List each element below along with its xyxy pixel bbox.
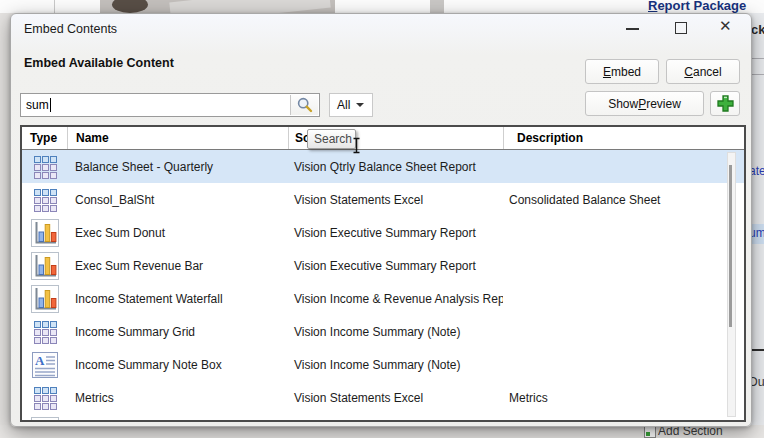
scrollbar-thumb[interactable] xyxy=(729,165,732,327)
background-photo xyxy=(100,0,335,13)
row-description-cell: Revenue Chart xyxy=(503,414,744,422)
background-band xyxy=(430,0,444,13)
search-icon xyxy=(296,96,314,114)
column-header-description[interactable]: Description xyxy=(503,127,744,149)
background-divider xyxy=(54,0,55,13)
row-source-cell: Vision Statements Excel xyxy=(288,381,503,414)
table-row[interactable]: Exec Sum Revenue BarVision Executive Sum… xyxy=(22,249,744,282)
bar-chart-icon xyxy=(31,285,59,313)
row-source-cell: Vision Statements Excel xyxy=(288,183,503,216)
grid-icon xyxy=(31,186,59,214)
row-type-cell xyxy=(22,282,67,315)
filter-dropdown[interactable]: All xyxy=(329,93,373,117)
table-row[interactable]: MetricsVision Statements ExcelMetrics xyxy=(22,381,744,414)
table-row[interactable]: Exec Sum DonutVision Executive Summary R… xyxy=(22,216,744,249)
background-line xyxy=(750,74,764,75)
row-name-cell: Income Summary Note Box xyxy=(67,348,288,381)
table-row[interactable]: Rev OCCVision Summary ReportRevenue Char… xyxy=(22,414,744,422)
table-header: Type Name Source Description xyxy=(22,127,744,150)
embed-button[interactable]: Embed xyxy=(585,59,659,84)
show-preview-button[interactable]: Show Preview xyxy=(585,91,704,116)
row-name-cell: Rev OCC xyxy=(67,414,288,422)
row-name-cell: Metrics xyxy=(67,381,288,414)
dialog-heading: Embed Available Content xyxy=(24,56,174,70)
row-type-cell xyxy=(22,216,67,249)
row-type-cell: A xyxy=(22,348,67,381)
row-source-cell: Vision Summary Report xyxy=(288,414,503,422)
row-description-cell xyxy=(503,282,744,315)
search-tooltip: Search xyxy=(307,129,356,149)
row-source-cell: Vision Income Summary (Note) xyxy=(288,348,503,381)
row-source-cell: Vision Executive Summary Report xyxy=(288,216,503,249)
screen: Report Package cka ater umm Out Add Sect… xyxy=(0,0,764,438)
table-row[interactable]: Balance Sheet - QuarterlyVision Qtrly Ba… xyxy=(22,150,744,183)
table-row[interactable]: Income Summary GridVision Income Summary… xyxy=(22,315,744,348)
row-type-cell xyxy=(22,249,67,282)
search-go-button[interactable] xyxy=(290,95,318,115)
background-line xyxy=(750,58,764,59)
report-package-link[interactable]: Report Package xyxy=(648,0,746,13)
row-description-cell xyxy=(503,249,744,282)
svg-text:A: A xyxy=(35,353,45,368)
text-caret xyxy=(50,98,51,112)
row-description-cell xyxy=(503,216,744,249)
row-name-cell: Consol_BalSht xyxy=(67,183,288,216)
add-content-button[interactable] xyxy=(710,91,740,116)
maximize-icon[interactable] xyxy=(675,22,687,34)
row-description-cell xyxy=(503,348,744,381)
grid-icon xyxy=(31,153,59,181)
table-row[interactable]: A Income Summary Note BoxVision Income S… xyxy=(22,348,744,381)
plus-icon xyxy=(716,94,735,113)
dialog-title: Embed Contents xyxy=(24,22,117,36)
row-source-cell: Vision Income & Revenue Analysis Report xyxy=(288,282,503,315)
ibeam-cursor xyxy=(352,137,361,158)
bar-chart-icon xyxy=(31,252,59,280)
row-name-cell: Exec Sum Donut xyxy=(67,216,288,249)
row-type-cell xyxy=(22,315,67,348)
row-source-cell: Vision Qtrly Balance Sheet Report xyxy=(288,150,503,183)
row-type-cell xyxy=(22,150,67,183)
vertical-scrollbar[interactable] xyxy=(727,152,736,417)
column-header-name[interactable]: Name xyxy=(67,127,288,149)
row-description-cell xyxy=(503,150,744,183)
column-header-type[interactable]: Type xyxy=(22,127,67,149)
search-input[interactable]: sum xyxy=(20,93,320,117)
row-type-cell xyxy=(22,414,67,422)
row-name-cell: Income Summary Grid xyxy=(67,315,288,348)
row-type-cell xyxy=(22,183,67,216)
bar-chart-icon xyxy=(31,219,59,247)
row-description-cell: Consolidated Balance Sheet xyxy=(503,183,744,216)
embed-contents-dialog: Embed Contents ✕ Embed Available Content… xyxy=(10,13,752,427)
row-description-cell: Metrics xyxy=(503,381,744,414)
row-source-cell: Vision Income Summary (Note) xyxy=(288,315,503,348)
close-icon[interactable]: ✕ xyxy=(719,17,732,35)
table-body: Balance Sheet - QuarterlyVision Qtrly Ba… xyxy=(22,150,744,422)
note-icon: A xyxy=(32,351,58,379)
table-row[interactable]: Consol_BalShtVision Statements ExcelCons… xyxy=(22,183,744,216)
row-name-cell: Balance Sheet - Quarterly xyxy=(67,150,288,183)
table-row[interactable]: Income Statement WaterfallVision Income … xyxy=(22,282,744,315)
chevron-down-icon xyxy=(356,103,364,107)
row-name-cell: Exec Sum Revenue Bar xyxy=(67,249,288,282)
bar-chart-icon xyxy=(31,417,59,423)
grid-icon xyxy=(31,318,59,346)
row-source-cell: Vision Executive Summary Report xyxy=(288,249,503,282)
minimize-icon[interactable] xyxy=(626,28,639,30)
filter-selected-value: All xyxy=(337,98,350,112)
background-text-fragment: cka xyxy=(751,22,764,37)
search-value: sum xyxy=(21,98,49,112)
row-type-cell xyxy=(22,381,67,414)
row-name-cell: Income Statement Waterfall xyxy=(67,282,288,315)
grid-icon xyxy=(31,384,59,412)
available-content-table: Type Name Source Description Balance She… xyxy=(20,125,746,422)
cancel-button[interactable]: Cancel xyxy=(666,59,740,84)
row-description-cell xyxy=(503,315,744,348)
